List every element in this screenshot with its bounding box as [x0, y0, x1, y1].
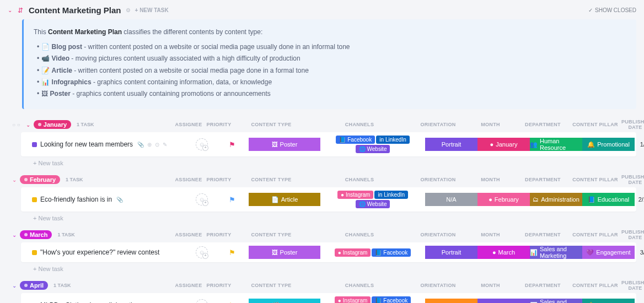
priority-flag-icon[interactable]: ⚑: [216, 140, 249, 149]
chevron-down-icon[interactable]: ⌄: [26, 122, 30, 128]
row-hover-controls[interactable]: ○ ○: [12, 122, 20, 128]
col-head-priority[interactable]: PRIORITY: [202, 283, 235, 288]
task-row[interactable]: "How's your experience?" review contest☺…: [21, 242, 636, 262]
col-head-priority[interactable]: PRIORITY: [202, 122, 235, 127]
group-title[interactable]: ○ ○⌄January1 TASK: [12, 120, 175, 129]
channel-chip-instagram[interactable]: ●Instagram: [335, 248, 371, 257]
col-head-content_pillar[interactable]: CONTENT PILLAR: [569, 122, 621, 127]
status-square[interactable]: [32, 142, 37, 147]
show-closed-toggle[interactable]: ✓ SHOW CLOSED: [588, 7, 636, 13]
orientation-cell[interactable]: Landscape: [425, 299, 477, 303]
col-head-channels[interactable]: CHANNELS: [307, 177, 412, 182]
priority-flag-icon[interactable]: ⚑: [216, 196, 249, 204]
publishing-date[interactable]: 3/8/23: [635, 249, 644, 256]
pillar-cell[interactable]: 🔔Promotional: [582, 299, 635, 303]
task-name-cell[interactable]: "How's your experience?" review contest: [25, 248, 188, 256]
channel-chip-facebook[interactable]: 📘Facebook: [336, 136, 375, 144]
row-action-icons[interactable]: ⊕⊙✎: [147, 142, 167, 148]
priority-flag-icon[interactable]: ⚑: [216, 248, 249, 257]
priority-flag-icon[interactable]: ⚑: [216, 301, 249, 303]
assignee-add-icon[interactable]: ☺: [196, 193, 208, 205]
col-head-publishing_date[interactable]: PUBLISHING DATE: [621, 174, 644, 185]
col-head-assignee[interactable]: ASSIGNEE: [175, 283, 202, 288]
month-cell[interactable]: ●February: [477, 193, 530, 206]
new-task-row[interactable]: + New task: [33, 266, 636, 272]
col-head-channels[interactable]: CHANNELS: [307, 283, 412, 288]
col-head-content_type[interactable]: CONTENT TYPE: [235, 177, 307, 182]
chevron-down-icon[interactable]: ⌄: [12, 177, 17, 183]
col-head-month[interactable]: MONTH: [464, 177, 517, 182]
channels-cell[interactable]: ●Instagram📘Facebook: [320, 248, 425, 257]
new-task-row[interactable]: + New task: [33, 215, 636, 221]
content-type-cell[interactable]: 📄Article: [249, 193, 320, 206]
chevron-down-icon[interactable]: ⌄: [12, 232, 17, 238]
assignee-cell[interactable]: ☺: [188, 246, 216, 258]
channels-cell[interactable]: ●InstagraminLinkedIn🌐Website: [320, 191, 425, 208]
col-head-channels[interactable]: CHANNELS: [307, 122, 412, 127]
col-head-publishing_date[interactable]: PUBLISHING DATE: [621, 119, 644, 130]
assignee-cell[interactable]: ☺: [188, 299, 216, 303]
col-head-content_type[interactable]: CONTENT TYPE: [235, 122, 307, 127]
department-cell[interactable]: 👥Human Resource: [530, 138, 582, 151]
col-head-priority[interactable]: PRIORITY: [202, 232, 235, 237]
col-head-department[interactable]: DEPARTMENT: [517, 232, 569, 237]
pillar-cell[interactable]: 🔔Promotional: [582, 138, 635, 151]
col-head-month[interactable]: MONTH: [464, 232, 517, 237]
col-head-assignee[interactable]: ASSIGNEE: [175, 232, 202, 237]
col-head-publishing_date[interactable]: PUBLISHING DATE: [621, 280, 644, 291]
assignee-add-icon[interactable]: ☺: [196, 299, 208, 303]
month-cell[interactable]: ●April: [477, 299, 530, 303]
col-head-content_type[interactable]: CONTENT TYPE: [235, 232, 307, 237]
col-head-content_pillar[interactable]: CONTENT PILLAR: [569, 232, 621, 237]
col-head-channels[interactable]: CHANNELS: [307, 232, 412, 237]
task-row[interactable]: MLBB x Clothes Inc. collaboration☺⚑🎬Vide…: [21, 293, 636, 303]
pillar-cell[interactable]: 📘Educational: [582, 193, 635, 206]
col-head-month[interactable]: MONTH: [464, 283, 517, 288]
col-head-assignee[interactable]: ASSIGNEE: [175, 177, 202, 182]
pillar-cell[interactable]: 💜Engagement: [582, 246, 635, 259]
collapse-all-icon[interactable]: ⌄: [8, 7, 12, 13]
group-title[interactable]: ⌄March1 TASK: [12, 230, 175, 239]
publishing-date[interactable]: 1/2/23: [635, 141, 644, 148]
channel-chip-instagram[interactable]: ●Instagram: [337, 191, 374, 199]
col-head-priority[interactable]: PRIORITY: [202, 177, 235, 182]
col-head-orientation[interactable]: ORIENTATION: [412, 177, 464, 182]
content-type-cell[interactable]: 🖼Poster: [249, 246, 320, 259]
assignee-cell[interactable]: ☺: [188, 138, 216, 150]
channel-chip-facebook[interactable]: 📘Facebook: [372, 296, 411, 303]
subtask-icon[interactable]: ⊕: [147, 142, 152, 148]
status-square[interactable]: [32, 250, 37, 255]
orientation-cell[interactable]: Portrait: [425, 246, 477, 259]
new-task-button[interactable]: + NEW TASK: [135, 7, 169, 13]
chevron-down-icon[interactable]: ⌄: [12, 283, 17, 289]
col-head-content_pillar[interactable]: CONTENT PILLAR: [569, 283, 621, 288]
col-head-orientation[interactable]: ORIENTATION: [412, 232, 464, 237]
col-head-month[interactable]: MONTH: [464, 122, 517, 127]
channels-cell[interactable]: ●Instagram📘Facebook▶Youtube: [320, 296, 425, 303]
channel-chip-linkedin[interactable]: inLinkedIn: [376, 136, 410, 144]
task-name-cell[interactable]: Looking for new team members📎⊕⊙✎: [25, 140, 188, 148]
content-type-cell[interactable]: 🎬Video: [249, 299, 320, 303]
month-badge[interactable]: April: [20, 281, 48, 290]
col-head-department[interactable]: DEPARTMENT: [517, 122, 569, 127]
col-head-content_pillar[interactable]: CONTENT PILLAR: [569, 177, 621, 182]
orientation-cell[interactable]: N/A: [425, 193, 477, 206]
channel-chip-linkedin[interactable]: inLinkedIn: [374, 191, 408, 199]
department-cell[interactable]: 📊Sales and Marketing: [530, 299, 582, 303]
publishing-date[interactable]: 2/15/23: [635, 196, 644, 203]
col-head-department[interactable]: DEPARTMENT: [517, 177, 569, 182]
month-badge[interactable]: March: [20, 230, 52, 239]
col-head-assignee[interactable]: ASSIGNEE: [175, 122, 202, 127]
col-head-publishing_date[interactable]: PUBLISHING DATE: [621, 229, 644, 240]
department-cell[interactable]: 🗂Administration: [530, 193, 582, 206]
col-head-content_type[interactable]: CONTENT TYPE: [235, 283, 307, 288]
assignee-cell[interactable]: ☺: [188, 193, 216, 205]
assignee-add-icon[interactable]: ☺: [196, 138, 208, 150]
month-cell[interactable]: ●March: [477, 246, 530, 259]
status-square[interactable]: [32, 197, 37, 202]
edit-icon[interactable]: ✎: [163, 142, 167, 148]
channel-chip-instagram[interactable]: ●Instagram: [335, 296, 371, 303]
channel-chip-website[interactable]: 🌐Website: [356, 145, 390, 153]
month-badge[interactable]: February: [20, 175, 60, 184]
month-cell[interactable]: ●January: [477, 138, 530, 151]
